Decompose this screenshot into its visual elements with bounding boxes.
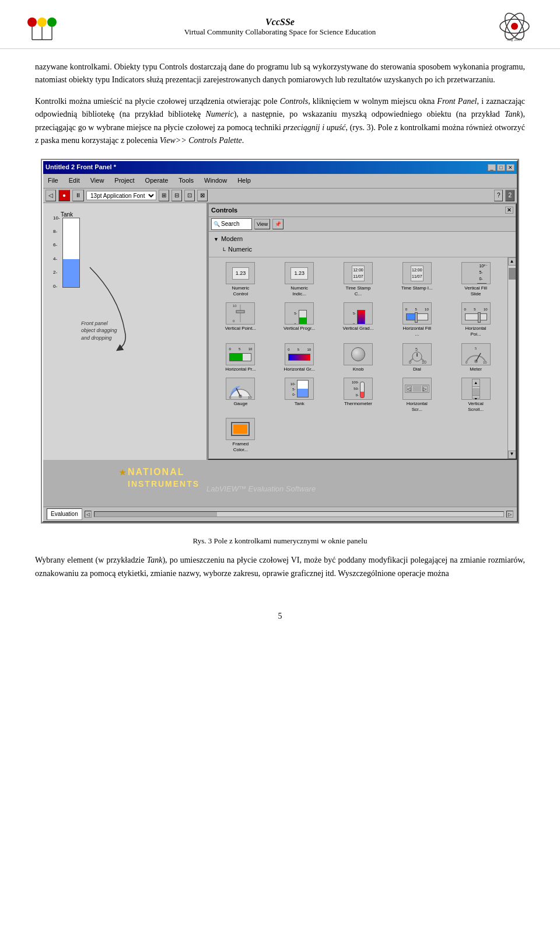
ctrl-numeric-indicator[interactable]: 1.23 Numeric Indic... bbox=[271, 261, 328, 299]
site-title: VccSSe bbox=[67, 17, 493, 27]
hpr-body bbox=[229, 353, 251, 361]
ctrl-icon-hgr: 0510 bbox=[285, 343, 314, 365]
window-controls[interactable]: _ □ ✕ bbox=[488, 164, 514, 171]
ctrl-icon-timestamp-ctrl: 12:0011/07 bbox=[344, 262, 373, 284]
menu-edit[interactable]: Edit bbox=[66, 175, 82, 187]
svg-text:5: 5 bbox=[415, 347, 418, 351]
ctrl-label-vgrad: Vertical Grad... bbox=[343, 326, 374, 332]
ctrl-icon-vfill-slide: 10²⁻5-0- bbox=[461, 262, 491, 284]
svg-text:5: 5 bbox=[475, 347, 477, 350]
fp-canvas: Tank 10- 8- 6- 4- 2- 0- bbox=[43, 203, 208, 460]
toolbar-dist[interactable]: ⊟ bbox=[172, 190, 182, 201]
ctrl-icon-timestamp-ind: 12:0011/07 bbox=[402, 262, 432, 284]
close-button[interactable]: ✕ bbox=[506, 164, 514, 171]
toolbar-resize[interactable]: ⊡ bbox=[184, 190, 195, 201]
ctrl-timestamp-ctrl[interactable]: 12:0011/07 Time Stamp C... bbox=[330, 261, 387, 299]
svg-point-1 bbox=[37, 18, 47, 27]
font-select[interactable]: 13pt Application Font bbox=[86, 191, 156, 200]
svg-text:10: 10 bbox=[248, 396, 252, 399]
ctrl-knob[interactable]: Knob bbox=[330, 342, 387, 375]
ctrl-hgr[interactable]: 0510 Horizontal Gr... bbox=[271, 342, 328, 375]
ctrl-gauge[interactable]: 0 10 Gauge bbox=[212, 376, 269, 414]
ctrl-color[interactable]: Framed Color... bbox=[212, 417, 269, 455]
status-bar: Evaluation ◁ ▷ bbox=[43, 507, 517, 521]
ctrl-icon-hpr: 0510 bbox=[226, 343, 255, 365]
ctrl-label-numeric-control: Numeric Control bbox=[225, 285, 257, 296]
svg-text:10: 10 bbox=[483, 361, 487, 364]
ctrl-hpr[interactable]: 0510 Horizontal Pr... bbox=[212, 342, 269, 375]
ctrl-label-hgr: Horizontal Gr... bbox=[284, 367, 315, 372]
palette-pin[interactable]: 📌 bbox=[272, 219, 284, 229]
ctrl-vfill-slide[interactable]: 10²⁻5-0- Vertical Fill Slide bbox=[447, 261, 504, 299]
ctrl-dial[interactable]: 0 10 5 Dial bbox=[388, 342, 445, 375]
tree-sub: L Numeric bbox=[223, 245, 511, 255]
tree-modern[interactable]: ▼ Modern bbox=[214, 234, 511, 245]
menu-view[interactable]: View bbox=[88, 175, 107, 187]
site-subtitle: Virtual Community Collaborating Space fo… bbox=[67, 27, 493, 37]
toolbar-pause[interactable]: ⏸ bbox=[72, 190, 84, 201]
ctrl-vprogr[interactable]: 10-5-0- Vertical Progr... bbox=[271, 301, 328, 339]
menu-window[interactable]: Window bbox=[202, 175, 229, 187]
ctrl-icon-hpoi: 0510 bbox=[461, 302, 491, 325]
toolbar-back[interactable]: ◁ bbox=[46, 190, 56, 201]
tank-scale: 10- 8- 6- 4- 2- 0- bbox=[52, 215, 61, 291]
ni-watermark: ★ NATIONAL INSTRUMENTS LabVIEW™ Evaluati… bbox=[43, 460, 517, 507]
scroll-up[interactable]: ▲ bbox=[508, 257, 516, 266]
menu-tools[interactable]: Tools bbox=[176, 175, 196, 187]
ctrl-icon-meter: 0 10 5 bbox=[461, 343, 491, 365]
ctrl-icon-knob bbox=[344, 343, 373, 365]
menu-operate[interactable]: Operate bbox=[143, 175, 171, 187]
scroll-down[interactable]: ▼ bbox=[508, 451, 516, 459]
svg-point-2 bbox=[47, 18, 57, 27]
ctrl-label-vprogr: Vertical Progr... bbox=[284, 326, 315, 332]
ctrl-label-hpoi: Horizontal Poi... bbox=[460, 326, 492, 337]
toolbar-help[interactable]: ? bbox=[494, 190, 503, 201]
svg-rect-13 bbox=[236, 310, 244, 313]
page-content: nazywane kontrolkami. Obiekty typu Contr… bbox=[0, 49, 560, 600]
ctrl-tank[interactable]: 10-5-0- Tank bbox=[271, 376, 328, 414]
toolbar-run[interactable]: ● bbox=[58, 190, 70, 201]
minimize-button[interactable]: _ bbox=[488, 164, 496, 171]
menu-file[interactable]: File bbox=[46, 175, 61, 187]
search-box[interactable]: 🔍 Search bbox=[211, 218, 252, 230]
ctrl-icon-vpoint: 10 0 bbox=[226, 302, 255, 325]
ctrl-numeric-control[interactable]: 1.23 Numeric Control bbox=[212, 261, 269, 299]
toolbar-reorder[interactable]: ⊠ bbox=[197, 190, 208, 201]
scroll-left[interactable]: ◁ bbox=[85, 511, 92, 518]
ctrl-icon-numeric-indicator: 1.23 bbox=[285, 262, 314, 284]
numeric-label: Numeric bbox=[228, 245, 252, 255]
palette-inner: 1.23 Numeric Control 1.23 Numeric Indic.… bbox=[209, 257, 516, 458]
ctrl-label-numeric-indicator: Numeric Indic... bbox=[284, 285, 316, 296]
ctrl-timestamp-ind[interactable]: 12:0011/07 Time Stamp I... bbox=[388, 261, 445, 299]
toolbar-num[interactable]: 2 bbox=[505, 190, 514, 201]
ctrl-thermometer[interactable]: 100-50-0- Thermometer bbox=[330, 376, 387, 414]
maximize-button[interactable]: □ bbox=[497, 164, 505, 171]
menu-help[interactable]: Help bbox=[235, 175, 253, 187]
view-button[interactable]: View bbox=[254, 219, 270, 229]
search-label: Search bbox=[221, 219, 240, 229]
tree-numeric[interactable]: L Numeric bbox=[223, 245, 511, 255]
header-center: VccSSe Virtual Community Collaborating S… bbox=[67, 17, 493, 37]
svg-line-22 bbox=[476, 353, 481, 361]
ctrl-hscroll[interactable]: ◁ ▷ Horizontal Scr... bbox=[388, 376, 445, 414]
ctrl-label-thermometer: Thermometer bbox=[344, 401, 372, 407]
ctrl-meter[interactable]: 0 10 5 Meter bbox=[447, 342, 504, 375]
ctrl-label-knob: Knob bbox=[353, 367, 364, 372]
ctrl-hfill[interactable]: 0510 Horizontal Fill ... bbox=[388, 301, 445, 339]
palette-close[interactable]: ✕ bbox=[505, 207, 513, 214]
eval-badge: Evaluation bbox=[47, 508, 82, 520]
gauge-svg: 0 10 bbox=[228, 379, 253, 399]
ctrl-vpoint[interactable]: 10 0 Vertical Point... bbox=[212, 301, 269, 339]
ctrl-icon-tank: 10-5-0- bbox=[285, 378, 314, 400]
thermometer-body bbox=[360, 382, 365, 398]
hpr-fill bbox=[230, 354, 243, 361]
menu-project[interactable]: Project bbox=[112, 175, 136, 187]
ctrl-label-gauge: Gauge bbox=[233, 401, 247, 407]
ctrl-vscroll[interactable]: ▲ ▼ Vertical Scroll... bbox=[447, 376, 504, 414]
scroll-right[interactable]: ▷ bbox=[506, 511, 513, 518]
palette-titlebar: Controls ✕ bbox=[209, 204, 516, 218]
toolbar-align[interactable]: ⊞ bbox=[159, 190, 169, 201]
ctrl-hpoi[interactable]: 0510 Horizontal Poi... bbox=[447, 301, 504, 339]
ctrl-label-vfill-slide: Vertical Fill Slide bbox=[460, 285, 492, 296]
ctrl-vgrad[interactable]: 10-5-0- Vertical Grad... bbox=[330, 301, 387, 339]
